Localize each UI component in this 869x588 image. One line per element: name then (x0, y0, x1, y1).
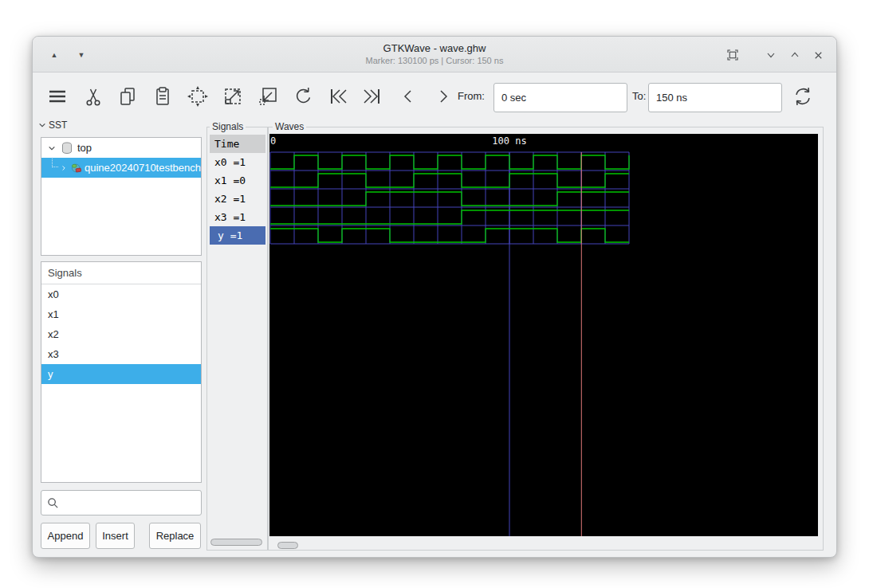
zoom-out-full-button[interactable] (219, 83, 246, 110)
facs-column-header[interactable]: Signals (41, 262, 201, 284)
skip-to-start-icon (326, 84, 350, 108)
copy-icon (116, 84, 140, 108)
fetch-end-button[interactable] (359, 83, 386, 110)
reload-icon (790, 84, 816, 109)
sst-tree: top quine20240710testbench (41, 137, 202, 256)
signal-value-rows: x0 =1x1 =0x2 =1x3 =1y =1 (210, 153, 265, 245)
window-subtitle: Marker: 130100 ps | Cursor: 150 ns (33, 56, 836, 65)
timeline-label: 0 (270, 135, 276, 147)
wave-trace-y (270, 229, 629, 242)
wave-canvas[interactable]: 0100 ns (269, 134, 818, 536)
skip-to-end-icon (360, 84, 384, 108)
zoom-fit-button[interactable] (184, 83, 211, 110)
waves-hscrollbar-thumb[interactable] (277, 542, 298, 549)
wave-trace-x3 (270, 210, 629, 224)
menu-button[interactable] (44, 83, 71, 110)
tree-item-label: top (77, 142, 92, 154)
facs-list-item[interactable]: x3 (41, 344, 201, 364)
shift-left-button[interactable] (395, 83, 422, 110)
paste-icon (151, 84, 175, 108)
signals-hscrollbar[interactable] (210, 538, 265, 547)
tree-item-testbench[interactable]: quine20240710testbench (41, 158, 201, 178)
chevron-down-icon (765, 49, 777, 61)
paste-button[interactable] (149, 83, 176, 110)
signals-frame-label: Signals (210, 121, 246, 132)
search-input[interactable] (41, 490, 202, 515)
sst-label: SST (49, 120, 67, 131)
signals-frame: Signals Time x0 =1x1 =0x2 =1x3 =1y =1 (206, 127, 268, 551)
titlebar[interactable]: ▲ ▼ GTKWave - wave.ghw Marker: 130100 ps… (33, 37, 836, 73)
insert-button[interactable]: Insert (96, 523, 135, 549)
to-input[interactable] (648, 83, 782, 112)
window-title: GTKWave - wave.ghw (33, 42, 836, 54)
minimize-button[interactable] (761, 45, 781, 65)
shift-right-button[interactable] (430, 83, 457, 110)
signal-value-row[interactable]: y =1 (210, 226, 265, 245)
database-icon (61, 141, 73, 155)
wave-trace-x1 (270, 174, 629, 187)
facs-list-item[interactable]: x1 (41, 304, 201, 324)
replace-button[interactable]: Replace (149, 523, 201, 549)
append-button[interactable]: Append (41, 523, 90, 549)
chevron-up-icon (788, 49, 801, 61)
reload-button[interactable] (789, 83, 816, 110)
chevron-right-icon (431, 84, 455, 108)
toolbar: From: To: (33, 73, 836, 120)
waves-hscrollbar[interactable] (273, 541, 816, 550)
cut-button[interactable] (80, 83, 107, 110)
search-box (41, 490, 202, 515)
chevron-down-icon (38, 121, 46, 129)
signal-value-row[interactable]: x0 =1 (210, 153, 265, 171)
zoom-in-area-icon (256, 84, 280, 108)
facs-list-item[interactable]: x2 (41, 324, 201, 344)
chevron-right-icon (61, 164, 67, 172)
maximize-button[interactable] (785, 45, 804, 65)
wave-trace-x0 (270, 155, 629, 169)
signals-hscrollbar-thumb[interactable] (210, 539, 262, 546)
undo-icon (291, 84, 315, 108)
zoom-fit-icon (186, 84, 210, 108)
from-input[interactable] (493, 83, 627, 112)
zoom-out-full-icon (221, 84, 245, 108)
undo-button[interactable] (289, 83, 317, 110)
fullscreen-icon (725, 48, 740, 62)
sst-header[interactable]: SST (38, 120, 67, 131)
signal-value-row[interactable]: x2 =1 (210, 190, 265, 208)
waves-frame-label: Waves (273, 121, 306, 132)
gtkwave-window: ▲ ▼ GTKWave - wave.ghw Marker: 130100 ps… (32, 36, 837, 558)
facs-list-item[interactable]: x0 (41, 284, 201, 304)
facs-rows: x0x1x2x3y (41, 284, 201, 384)
scissors-icon (81, 84, 105, 108)
to-label: To: (632, 90, 646, 102)
wave-trace-x2 (270, 192, 629, 206)
time-header-cell[interactable]: Time (210, 135, 265, 153)
module-icon (71, 162, 81, 174)
fetch-start-button[interactable] (324, 83, 352, 110)
menu-icon (45, 84, 69, 108)
tree-guide (52, 158, 58, 167)
tree-item-label: quine20240710testbench (85, 162, 201, 174)
from-label: From: (458, 90, 485, 102)
signal-value-row[interactable]: x1 =0 (210, 171, 265, 190)
tree-item-top[interactable]: top (41, 138, 201, 158)
chevron-down-icon (48, 144, 56, 152)
chevron-left-icon (396, 84, 420, 108)
timeline-label: 100 ns (492, 135, 526, 147)
close-icon (812, 49, 824, 61)
waveform-plot: 0100 ns (269, 134, 818, 536)
fullscreen-button[interactable] (723, 45, 742, 65)
signal-value-row[interactable]: x3 =1 (210, 208, 265, 226)
search-icon (47, 497, 59, 509)
zoom-in-area-button[interactable] (254, 83, 281, 110)
copy-button[interactable] (114, 83, 141, 110)
facs-list: Signals x0x1x2x3y (41, 261, 202, 483)
close-button[interactable] (808, 45, 828, 65)
facs-list-item[interactable]: y (41, 364, 201, 384)
